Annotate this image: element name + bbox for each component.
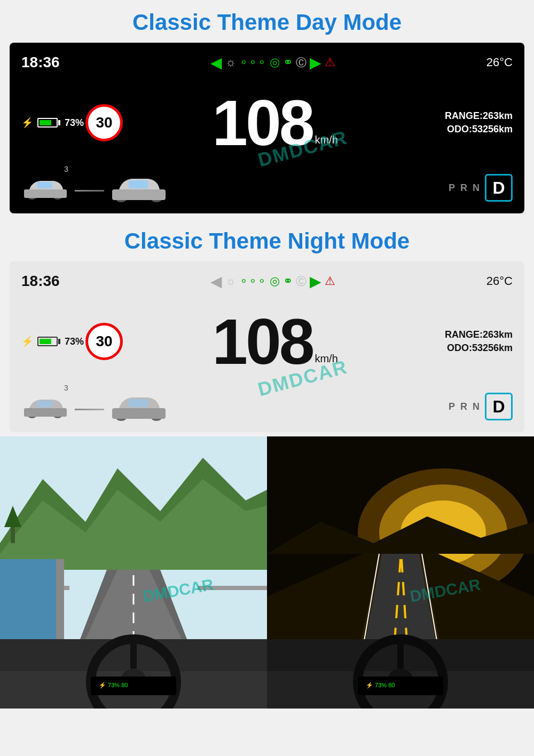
night-odo: ODO:53256km xyxy=(447,343,513,354)
day-speed-unit: km/h xyxy=(315,134,337,146)
photos-section: ⚡ 73% 80 DMDCAR xyxy=(0,436,534,709)
day-time: 18:36 xyxy=(21,54,60,71)
plug-icon: ⚡ xyxy=(21,117,33,129)
car-rear-icon xyxy=(109,173,168,203)
day-speed-number: 108 xyxy=(212,91,312,155)
night-road-scene: ⚡ 73% 80 xyxy=(267,436,534,709)
day-road-photo: ⚡ 73% 80 DMDCAR xyxy=(0,436,267,709)
night-left-info: ⚡ 73% xyxy=(21,336,85,347)
svg-rect-15 xyxy=(129,399,148,407)
car-front-icon xyxy=(21,174,69,201)
day-bottom-bar: 3 P R N xyxy=(10,165,524,213)
day-gear-r: R xyxy=(460,182,467,194)
night-car-rear-icon xyxy=(109,392,168,421)
right-arrow-icon: ▶ xyxy=(310,54,321,71)
night-hazard-icon: Ⓒ xyxy=(296,274,307,289)
battery-icon xyxy=(37,118,60,128)
day-gear-n: N xyxy=(473,182,480,194)
day-road-scene: ⚡ 73% 80 xyxy=(0,436,267,709)
day-gear-selector: P R N D xyxy=(449,174,513,202)
svg-rect-25 xyxy=(198,586,267,590)
svg-rect-10 xyxy=(24,408,67,417)
night-seatbelt-icon: ⚠ xyxy=(325,274,335,288)
day-gear-active: D xyxy=(485,174,513,202)
day-battery-row: ⚡ 73% xyxy=(21,117,84,129)
night-battery-icon xyxy=(37,337,60,346)
day-right-info: RANGE:263km ODO:53256km xyxy=(427,110,513,135)
day-speed-display: 108 km/h xyxy=(123,91,427,155)
svg-rect-11 xyxy=(37,401,52,407)
day-gear-number: 3 xyxy=(64,165,68,173)
night-bottom-bar: 3 P R N D xyxy=(10,384,524,432)
svg-rect-7 xyxy=(129,180,148,188)
day-mode-title: Classic Theme Day Mode xyxy=(0,0,534,43)
svg-rect-3 xyxy=(37,182,52,188)
night-gear-r: R xyxy=(460,401,467,412)
night-gear-p: P xyxy=(449,401,455,412)
day-dashboard: 18:36 ◀ ☼ ⚬⚬⚬ ◎ ⚭ Ⓒ ▶ ⚠ 26°C ⚡ xyxy=(10,43,524,213)
day-icon-bar: ◀ ☼ ⚬⚬⚬ ◎ ⚭ Ⓒ ▶ ⚠ xyxy=(210,54,335,71)
night-road-svg: ⚡ 73% 80 xyxy=(267,436,534,709)
parking-light-icon: ☼ xyxy=(225,55,236,69)
night-speed-limit: 30 xyxy=(85,323,123,360)
night-temp: 26°C xyxy=(486,274,513,288)
svg-text:⚡ 73%  80: ⚡ 73% 80 xyxy=(99,681,128,689)
day-range: RANGE:263km xyxy=(445,110,513,122)
night-dashboard: 18:36 ◀ ☼ ⚬⚬⚬ ◎ ⚭ Ⓒ ▶ ⚠ 26°C ⚡ xyxy=(10,261,524,432)
night-fog-light-icon: ⚬⚬⚬ xyxy=(239,275,266,288)
night-gear-active: D xyxy=(485,393,513,420)
night-battery-percent: 73% xyxy=(65,336,84,347)
night-road-photo: ⚡ 73% 80 DMDCAR xyxy=(267,436,534,709)
night-speed-unit: km/h xyxy=(315,353,337,365)
night-right-info: RANGE:263km ODO:53256km xyxy=(427,329,513,354)
night-high-beam-icon: ◎ xyxy=(270,274,280,288)
left-arrow-icon: ◀ xyxy=(210,54,222,71)
night-cars-row: 3 xyxy=(21,392,168,421)
night-right-arrow-icon: ▶ xyxy=(310,273,321,290)
day-battery-percent: 73% xyxy=(65,117,84,129)
day-road-svg: ⚡ 73% 80 xyxy=(0,436,267,709)
day-cars-row: 3 xyxy=(21,173,168,203)
svg-text:⚡ 73%  80: ⚡ 73% 80 xyxy=(366,681,395,689)
day-left-info: ⚡ 73% xyxy=(21,117,85,129)
svg-rect-6 xyxy=(112,189,166,200)
night-top-bar: 18:36 ◀ ☼ ⚬⚬⚬ ◎ ⚭ Ⓒ ▶ ⚠ 26°C xyxy=(10,261,524,299)
night-speed-number: 108 xyxy=(212,309,312,373)
hazard-icon: Ⓒ xyxy=(296,55,307,70)
svg-rect-2 xyxy=(24,189,67,198)
night-car-front-icon xyxy=(21,393,69,420)
high-beam-icon: ◎ xyxy=(270,55,280,69)
night-connector-line xyxy=(75,409,104,410)
night-speed-display: 108 km/h xyxy=(123,309,427,373)
night-gear-selector: P R N D xyxy=(449,393,513,420)
seatbelt-icon: ⚠ xyxy=(325,55,335,69)
day-temp: 26°C xyxy=(486,55,513,69)
day-speed-limit: 30 xyxy=(85,104,123,141)
fog-light-icon: ⚬⚬⚬ xyxy=(239,56,266,69)
day-middle: ⚡ 73% 30 108 km/h RANGE:263km ODO: xyxy=(10,80,524,165)
day-gear-p: P xyxy=(449,182,455,194)
night-battery-row: ⚡ 73% xyxy=(21,336,84,347)
night-time: 18:36 xyxy=(21,273,60,290)
night-plug-icon: ⚡ xyxy=(21,336,33,347)
night-low-beam-icon: ⚭ xyxy=(283,274,293,288)
day-top-bar: 18:36 ◀ ☼ ⚬⚬⚬ ◎ ⚭ Ⓒ ▶ ⚠ 26°C xyxy=(10,43,524,80)
night-icon-bar: ◀ ☼ ⚬⚬⚬ ◎ ⚭ Ⓒ ▶ ⚠ xyxy=(210,273,335,290)
svg-rect-14 xyxy=(112,408,166,419)
night-range: RANGE:263km xyxy=(445,329,513,340)
low-beam-icon: ⚭ xyxy=(283,55,293,69)
connector-line xyxy=(75,190,104,192)
night-left-arrow-icon: ◀ xyxy=(210,273,222,290)
night-gear-number: 3 xyxy=(64,384,68,392)
day-odo: ODO:53256km xyxy=(447,124,513,135)
night-middle: ⚡ 73% 30 108 km/h RANGE:263km ODO:53256k… xyxy=(10,299,524,384)
night-mode-title: Classic Theme Night Mode xyxy=(0,219,534,261)
night-parking-light-icon: ☼ xyxy=(225,274,236,288)
night-gear-n: N xyxy=(473,401,480,412)
